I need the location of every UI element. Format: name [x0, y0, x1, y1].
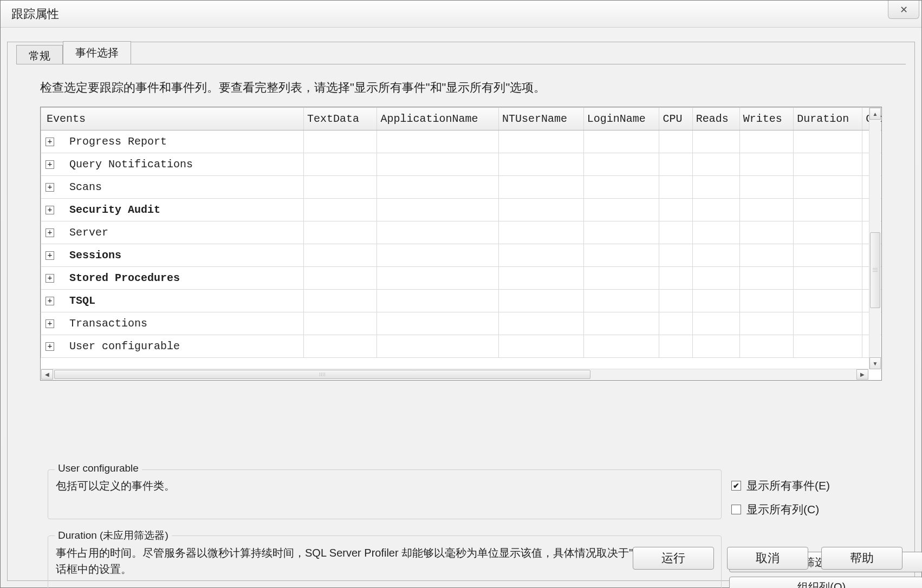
- grid-cell[interactable]: [377, 199, 498, 221]
- table-row[interactable]: +Query Notifications: [41, 153, 882, 176]
- grid-cell[interactable]: [739, 267, 794, 290]
- grid-cell[interactable]: [303, 290, 377, 312]
- organize-columns-button[interactable]: 组织列(O)...: [729, 577, 922, 588]
- grid-cell[interactable]: [794, 290, 862, 312]
- grid-cell[interactable]: [659, 267, 692, 290]
- grid-cell[interactable]: [498, 312, 583, 335]
- event-cell[interactable]: +Query Notifications: [41, 153, 304, 176]
- event-cell[interactable]: +User configurable: [41, 335, 304, 358]
- grid-cell[interactable]: [794, 153, 862, 176]
- grid-cell[interactable]: [303, 267, 377, 290]
- grid-cell[interactable]: [739, 130, 794, 153]
- grid-cell[interactable]: [739, 221, 794, 244]
- table-row[interactable]: +TSQL: [41, 290, 882, 312]
- expand-icon[interactable]: +: [46, 342, 54, 351]
- grid-cell[interactable]: [739, 312, 794, 335]
- grid-cell[interactable]: [794, 176, 862, 199]
- grid-cell[interactable]: [498, 176, 583, 199]
- grid-cell[interactable]: [794, 130, 862, 153]
- checkbox-show-all-columns[interactable]: 显示所有列(C): [731, 502, 830, 517]
- table-row[interactable]: +Security Audit: [41, 199, 882, 221]
- grid-cell[interactable]: [739, 176, 794, 199]
- scroll-thumb-vertical[interactable]: [870, 232, 880, 308]
- expand-icon[interactable]: +: [46, 251, 54, 260]
- grid-vertical-scrollbar[interactable]: ▲ ▼: [869, 108, 881, 369]
- grid-cell[interactable]: [583, 267, 659, 290]
- checkbox-show-all-events[interactable]: ✔ 显示所有事件(E): [731, 478, 830, 493]
- grid-cell[interactable]: [794, 221, 862, 244]
- table-row[interactable]: +Stored Procedures: [41, 267, 882, 290]
- col-header-cpu[interactable]: CPU: [659, 108, 692, 130]
- grid-cell[interactable]: [739, 335, 794, 358]
- grid-cell[interactable]: [498, 290, 583, 312]
- grid-cell[interactable]: [692, 221, 739, 244]
- grid-cell[interactable]: [498, 130, 583, 153]
- col-header-appname[interactable]: ApplicationName: [377, 108, 498, 130]
- grid-cell[interactable]: [377, 335, 498, 358]
- grid-cell[interactable]: [692, 199, 739, 221]
- grid-cell[interactable]: [583, 312, 659, 335]
- grid-cell[interactable]: [794, 312, 862, 335]
- event-cell[interactable]: +Transactions: [41, 312, 304, 335]
- expand-icon[interactable]: +: [46, 160, 54, 169]
- grid-cell[interactable]: [377, 312, 498, 335]
- grid-cell[interactable]: [692, 290, 739, 312]
- expand-icon[interactable]: +: [46, 228, 54, 237]
- cancel-button[interactable]: 取消: [727, 547, 808, 570]
- table-row[interactable]: +Scans: [41, 176, 882, 199]
- grid-cell[interactable]: [659, 176, 692, 199]
- grid-cell[interactable]: [583, 176, 659, 199]
- grid-cell[interactable]: [583, 221, 659, 244]
- expand-icon[interactable]: +: [46, 297, 54, 305]
- grid-cell[interactable]: [377, 130, 498, 153]
- grid-horizontal-scrollbar[interactable]: ◀ ▶: [41, 369, 868, 380]
- event-cell[interactable]: +Progress Report: [41, 130, 304, 153]
- grid-cell[interactable]: [583, 290, 659, 312]
- grid-cell[interactable]: [303, 130, 377, 153]
- event-cell[interactable]: +TSQL: [41, 290, 304, 312]
- grid-cell[interactable]: [498, 335, 583, 358]
- grid-cell[interactable]: [583, 244, 659, 267]
- event-cell[interactable]: +Stored Procedures: [41, 267, 304, 290]
- grid-cell[interactable]: [692, 267, 739, 290]
- table-row[interactable]: +Sessions: [41, 244, 882, 267]
- grid-cell[interactable]: [303, 153, 377, 176]
- grid-cell[interactable]: [377, 267, 498, 290]
- grid-cell[interactable]: [498, 199, 583, 221]
- grid-cell[interactable]: [794, 335, 862, 358]
- grid-cell[interactable]: [498, 267, 583, 290]
- grid-cell[interactable]: [303, 176, 377, 199]
- grid-cell[interactable]: [659, 244, 692, 267]
- grid-cell[interactable]: [303, 199, 377, 221]
- grid-cell[interactable]: [377, 221, 498, 244]
- event-cell[interactable]: +Sessions: [41, 244, 304, 267]
- event-cell[interactable]: +Scans: [41, 176, 304, 199]
- grid-cell[interactable]: [794, 267, 862, 290]
- grid-cell[interactable]: [659, 221, 692, 244]
- grid-cell[interactable]: [739, 290, 794, 312]
- expand-icon[interactable]: +: [46, 206, 54, 214]
- grid-cell[interactable]: [692, 176, 739, 199]
- grid-cell[interactable]: [692, 312, 739, 335]
- grid-cell[interactable]: [692, 130, 739, 153]
- grid-cell[interactable]: [583, 199, 659, 221]
- tab-events-select[interactable]: 事件选择: [63, 41, 131, 64]
- col-header-reads[interactable]: Reads: [692, 108, 739, 130]
- grid-cell[interactable]: [303, 312, 377, 335]
- grid-cell[interactable]: [659, 312, 692, 335]
- grid-cell[interactable]: [303, 221, 377, 244]
- grid-cell[interactable]: [692, 335, 739, 358]
- grid-cell[interactable]: [659, 199, 692, 221]
- grid-cell[interactable]: [692, 244, 739, 267]
- col-header-writes[interactable]: Writes: [739, 108, 794, 130]
- event-cell[interactable]: +Security Audit: [41, 199, 304, 221]
- col-header-ntuser[interactable]: NTUserName: [498, 108, 583, 130]
- grid-cell[interactable]: [498, 221, 583, 244]
- grid-cell[interactable]: [692, 153, 739, 176]
- scroll-up-arrow-icon[interactable]: ▲: [869, 108, 881, 120]
- grid-cell[interactable]: [583, 130, 659, 153]
- table-row[interactable]: +Progress Report: [41, 130, 882, 153]
- grid-cell[interactable]: [377, 244, 498, 267]
- table-row[interactable]: +Server: [41, 221, 882, 244]
- grid-cell[interactable]: [739, 199, 794, 221]
